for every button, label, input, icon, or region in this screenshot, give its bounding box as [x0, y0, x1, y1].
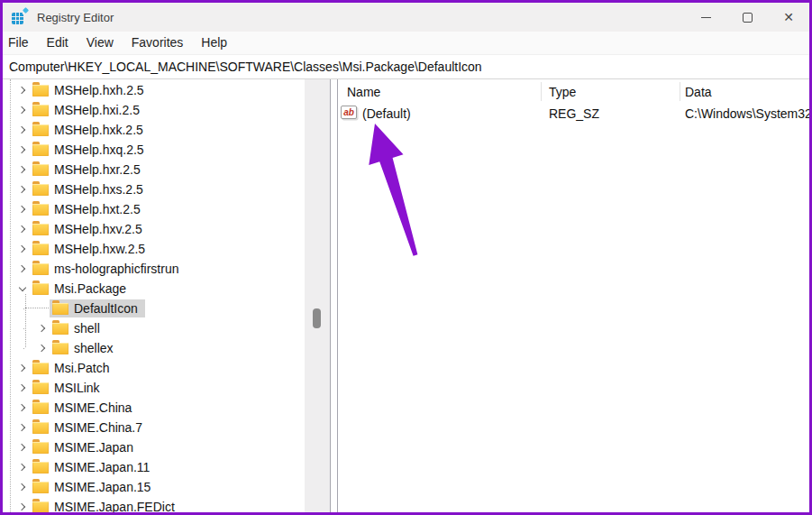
chevron-icon[interactable]: [15, 143, 30, 157]
registry-app-icon[interactable]: [12, 9, 28, 25]
column-header-type[interactable]: Type: [549, 85, 576, 99]
folder-icon: [32, 482, 49, 493]
tree-node[interactable]: shell: [50, 319, 107, 337]
chevron-icon[interactable]: [35, 301, 50, 316]
tree-node[interactable]: MSHelp.hxt.2.5: [30, 200, 148, 218]
tree-item-label: MSIME.Japan.11: [54, 460, 150, 474]
tree-node[interactable]: MSHelp.hxw.2.5: [30, 240, 152, 258]
tree-item[interactable]: MSIME.Japan.15: [3, 477, 305, 497]
tree-item[interactable]: Msi.Package: [3, 279, 305, 299]
maximize-button[interactable]: [726, 3, 768, 32]
chevron-icon[interactable]: [15, 400, 30, 415]
string-value-icon: ab: [341, 106, 357, 119]
chevron-icon[interactable]: [15, 83, 30, 97]
tree-item[interactable]: MSHelp.hxw.2.5: [3, 239, 305, 259]
tree-node[interactable]: ms-holographicfirstrun: [30, 260, 187, 278]
chevron-icon[interactable]: [15, 281, 30, 296]
chevron-icon[interactable]: [15, 381, 30, 395]
tree-item[interactable]: MSIME.China: [3, 398, 305, 418]
menu-item-edit[interactable]: Edit: [41, 33, 81, 52]
column-separator[interactable]: [541, 82, 542, 101]
column-separator[interactable]: [680, 82, 680, 101]
tree-node[interactable]: Msi.Patch: [30, 359, 116, 377]
minimize-button[interactable]: [685, 3, 726, 32]
tree-node[interactable]: MSIME.Japan.11: [30, 458, 157, 476]
tree-item[interactable]: MSILink: [3, 378, 305, 398]
tree-node[interactable]: MSHelp.hxs.2.5: [30, 180, 151, 198]
tree-node[interactable]: MSHelp.hxk.2.5: [30, 121, 151, 139]
tree-scrollbar[interactable]: [305, 79, 330, 514]
chevron-icon[interactable]: [15, 500, 30, 514]
column-headers: Name Type Data: [338, 79, 809, 104]
tree-item[interactable]: MSHelp.hxi.2.5: [3, 100, 305, 120]
tree-node[interactable]: MSHelp.hxh.2.5: [30, 81, 151, 99]
menu-item-help[interactable]: Help: [196, 33, 240, 52]
tree-item[interactable]: MSIME.Japan.11: [3, 457, 305, 477]
close-button[interactable]: ✕: [768, 3, 809, 32]
tree-node[interactable]: Msi.Package: [30, 280, 133, 298]
tree-node[interactable]: MSIME.Japan.15: [30, 478, 158, 496]
folder-icon: [32, 204, 49, 216]
chevron-icon[interactable]: [35, 321, 50, 336]
chevron-icon[interactable]: [15, 222, 30, 236]
folder-icon: [32, 363, 49, 374]
tree-item[interactable]: MSIME.Japan.FEDict: [3, 497, 305, 514]
chevron-icon[interactable]: [35, 341, 50, 355]
chevron-icon[interactable]: [15, 440, 30, 455]
folder-icon: [32, 442, 49, 454]
tree-node[interactable]: MSIME.China: [30, 399, 139, 417]
tree-item-label: MSIME.Japan.FEDict: [54, 500, 175, 514]
tree-item[interactable]: shell: [3, 318, 305, 338]
tree-item[interactable]: shellex: [3, 338, 305, 358]
tree-node[interactable]: MSHelp.hxi.2.5: [30, 101, 147, 119]
column-header-name[interactable]: Name: [347, 85, 380, 99]
tree-node[interactable]: MSILink: [30, 379, 107, 397]
tree-node[interactable]: MSHelp.hxv.2.5: [30, 220, 150, 238]
menu-item-favorites[interactable]: Favorites: [126, 33, 196, 52]
column-header-data[interactable]: Data: [685, 85, 712, 99]
chevron-icon[interactable]: [15, 182, 30, 197]
tree-node[interactable]: MSIME.Japan.FEDict: [30, 498, 182, 514]
tree-item[interactable]: ms-holographicfirstrun: [3, 259, 305, 279]
chevron-icon[interactable]: [15, 361, 30, 375]
tree-node[interactable]: DefaultIcon: [50, 299, 145, 317]
tree-item[interactable]: MSHelp.hxv.2.5: [3, 219, 305, 239]
tree-node[interactable]: MSIME.Japan: [30, 438, 141, 456]
chevron-icon[interactable]: [15, 103, 30, 117]
chevron-icon[interactable]: [15, 162, 30, 177]
value-data: C:\Windows\System32: [685, 106, 809, 121]
menu-item-view[interactable]: View: [81, 33, 126, 52]
tree-item[interactable]: DefaultIcon: [3, 299, 305, 318]
chevron-icon[interactable]: [15, 480, 30, 494]
chevron-icon[interactable]: [15, 202, 30, 216]
chevron-icon[interactable]: [15, 262, 30, 276]
tree-item[interactable]: MSHelp.hxt.2.5: [3, 199, 305, 219]
chevron-icon[interactable]: [15, 123, 30, 137]
tree-item[interactable]: MSHelp.hxq.2.5: [3, 140, 305, 160]
tree-node[interactable]: MSHelp.hxr.2.5: [30, 161, 148, 179]
tree-item-label: MSIME.Japan: [54, 440, 133, 455]
menu-bar: File Edit View Favorites Help: [3, 32, 809, 55]
tree-node[interactable]: MSIME.China.7: [30, 418, 150, 437]
tree-item-label: DefaultIcon: [74, 301, 138, 316]
tree-item[interactable]: MSHelp.hxr.2.5: [3, 160, 305, 179]
tree-item[interactable]: MSHelp.hxs.2.5: [3, 179, 305, 199]
tree-node[interactable]: shellex: [50, 339, 121, 357]
tree-item[interactable]: MSHelp.hxk.2.5: [3, 120, 305, 140]
tree-item-label: MSHelp.hxi.2.5: [54, 103, 140, 117]
tree-item[interactable]: Msi.Patch: [3, 358, 305, 378]
menu-item-file[interactable]: File: [3, 33, 41, 52]
chevron-icon[interactable]: [15, 420, 30, 435]
tree-node[interactable]: MSHelp.hxq.2.5: [30, 141, 151, 159]
pane-splitter[interactable]: [330, 79, 338, 514]
tree-item[interactable]: MSHelp.hxh.2.5: [3, 80, 305, 100]
registry-value-row[interactable]: ab (Default) REG_SZ C:\Windows\System32: [338, 104, 809, 124]
title-bar[interactable]: Registry Editor ✕: [3, 3, 809, 32]
folder-icon: [32, 263, 49, 275]
chevron-icon[interactable]: [15, 242, 30, 256]
chevron-icon[interactable]: [15, 460, 30, 474]
tree-scrollbar-thumb[interactable]: [313, 308, 321, 328]
tree-item[interactable]: MSIME.Japan: [3, 437, 305, 457]
tree-item[interactable]: MSIME.China.7: [3, 418, 305, 437]
address-bar-input[interactable]: [3, 60, 809, 75]
